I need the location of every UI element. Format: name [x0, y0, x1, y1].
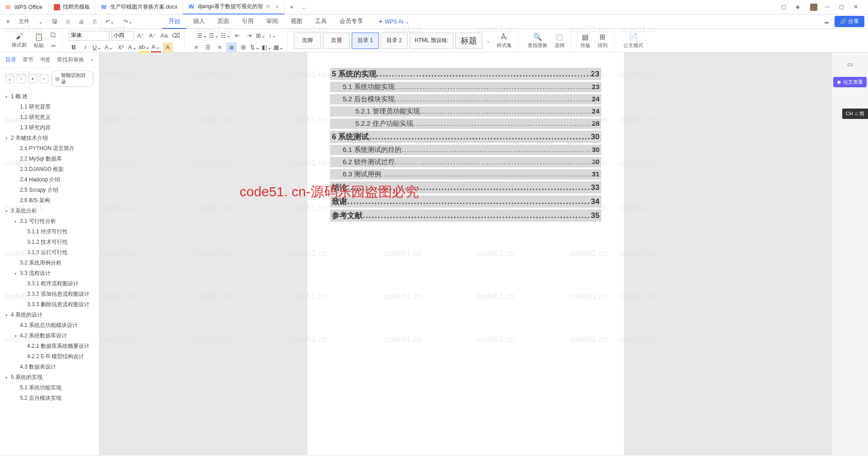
outline-item[interactable]: 2.1 PYTHON 语言简介 [0, 143, 99, 154]
document-area[interactable]: ⠿ 5 系统的实现235.1 系统功能实现235.2 后台模块实现245.2.1… [99, 52, 832, 455]
hamburger-icon[interactable]: ≡ [4, 17, 12, 27]
style-title[interactable]: 标题 [455, 33, 482, 49]
close-icon[interactable]: × [90, 57, 94, 63]
toc-entry[interactable]: 5.1 系统功能实现23 [330, 82, 601, 92]
chevron-down-icon[interactable]: ▾ [14, 271, 20, 276]
outline-item[interactable]: 3.3.2 添加信息流程图设计 [0, 289, 99, 299]
select-button[interactable]: ⬚ 选择 [552, 32, 567, 50]
change-case-icon[interactable]: Aa [159, 31, 169, 41]
chevron-down-icon[interactable]: ▾ [5, 209, 11, 213]
superscript-icon[interactable]: X² [116, 43, 126, 52]
outline-item[interactable]: 3.2 系统用例分析 [0, 258, 99, 268]
chevron-down-icon[interactable]: ▾ [14, 219, 20, 224]
avatar-icon[interactable] [810, 4, 817, 11]
add-icon[interactable]: + [28, 74, 37, 83]
style-footer[interactable]: 页脚 [294, 33, 321, 49]
outline-item[interactable]: 1.3 研究内容 [0, 123, 99, 133]
sidebar-tab-find[interactable]: 查找和替换 [57, 56, 84, 64]
outline-item[interactable]: 2.4 Hadoop 介绍 [0, 175, 99, 185]
sidebar-tab-toc[interactable]: 目录 [5, 56, 16, 64]
format-brush-button[interactable]: 🖌 格式刷 [9, 32, 29, 49]
menu-tab-tools[interactable]: 工具 [309, 14, 333, 29]
style-header[interactable]: 页眉 [323, 33, 350, 49]
copy-icon[interactable]: ⿻ [48, 30, 58, 40]
cut-icon[interactable]: ✂ [48, 41, 58, 51]
outline-item[interactable]: 4.1 系统总功能模块设计 [0, 320, 99, 331]
multilevel-list-icon[interactable]: ☷⌄ [221, 31, 231, 41]
distribute-icon[interactable]: ⊞ [238, 43, 248, 52]
collapse-all-icon[interactable]: ⌄ [5, 74, 14, 83]
chevron-down-icon[interactable]: ▾ [5, 375, 11, 380]
toc-entry[interactable]: 6.3 测试用例31 [330, 169, 601, 180]
toc-entry[interactable]: 5.2.1 管理员功能实现24 [330, 106, 601, 117]
print-icon[interactable]: 🖨 [76, 17, 87, 27]
outline-item[interactable]: 3.1.1 经济可行性 [0, 227, 99, 237]
subscript-icon[interactable]: A⌄ [127, 43, 137, 52]
toc-entry[interactable]: 结论33 [330, 181, 601, 194]
file-menu[interactable]: 文件 [16, 16, 32, 27]
undo-icon[interactable]: ↶⌄ [103, 17, 117, 27]
toc-entry[interactable]: 6.1 系统测试的目的30 [330, 145, 601, 155]
number-list-icon[interactable]: ☲⌄ [209, 31, 219, 41]
print-preview-icon[interactable]: ⎙ [64, 17, 72, 27]
bullet-list-icon[interactable]: ☰⌄ [197, 31, 207, 41]
text-effect-icon[interactable]: A [163, 43, 173, 52]
tab-templates[interactable]: 找稻壳模板 [48, 0, 96, 14]
arrange-button[interactable]: ⊞ 排列 [595, 32, 610, 50]
outline-item[interactable]: ▾3.1 可行性分析 [0, 216, 99, 227]
sidebar-tab-chapter[interactable]: 章节 [23, 56, 33, 64]
menu-tab-reference[interactable]: 引用 [236, 14, 260, 29]
style-toc1[interactable]: 目录 1 [352, 33, 379, 49]
font-color-icon[interactable]: A⌄ [151, 43, 161, 52]
menu-tab-member[interactable]: 会员专享 [333, 14, 369, 29]
close-icon[interactable]: × [276, 4, 279, 10]
outline-item[interactable]: 4.2.1 数据库系统概要设计 [0, 341, 99, 351]
italic-icon[interactable]: I [80, 43, 90, 52]
outline-item[interactable]: 2.3 DJANGO 框架 [0, 164, 99, 175]
style-set-button[interactable]: Āᵢ 样式集 [494, 32, 514, 50]
chevron-down-icon[interactable]: ⌄ [36, 17, 46, 27]
menu-tab-view[interactable]: 视图 [284, 14, 309, 29]
wps-ai-button[interactable]: ✦ WPS AI ⌄ [378, 14, 410, 29]
outline-item[interactable]: 2.2 MySql 数据库 [0, 154, 99, 164]
line-spacing-icon[interactable]: ⇅⌄ [250, 43, 260, 52]
font-increase-icon[interactable]: A⁺ [136, 31, 146, 41]
chevron-down-icon[interactable]: ▾ [5, 313, 11, 317]
tab-doc1[interactable]: W 生产印模图片替换方案.docx [96, 0, 184, 14]
outline-item[interactable]: 5.1 系统功能实现 [0, 383, 99, 393]
cloud-icon[interactable]: ☁ [824, 19, 829, 25]
menu-tab-insert[interactable]: 插入 [187, 14, 211, 29]
outline-item[interactable]: 3.3.3 删除信息流程图设计 [0, 299, 99, 310]
menu-tab-start[interactable]: 开始 [162, 14, 187, 29]
outline-item[interactable]: 5.2 后台模块实现 [0, 393, 99, 403]
underline-icon[interactable]: U⌄ [92, 43, 102, 52]
outline-item[interactable]: ▾3.3 流程设计 [0, 268, 99, 279]
sidebar-tab-bookmark[interactable]: 书签 [40, 56, 51, 64]
outline-item[interactable]: 1.2 研究意义 [0, 112, 99, 123]
ruler-icon[interactable]: ▭ [844, 58, 856, 71]
chevron-down-icon[interactable]: ▾ [5, 95, 11, 99]
align-center-icon[interactable]: ☰ [203, 43, 213, 52]
outline-item[interactable]: 2.6 B/S 架构 [0, 195, 99, 206]
window-maximize-icon[interactable]: ▢ [839, 4, 846, 11]
font-decrease-icon[interactable]: A⁻ [147, 31, 157, 41]
print-quick-icon[interactable]: ⎙ [90, 17, 99, 27]
outline-item[interactable]: ▾5 系统的实现 [0, 372, 99, 383]
outline-item[interactable]: 3.3.1 程序流程图设计 [0, 279, 99, 289]
paste-button[interactable]: 📋 粘贴 [31, 32, 47, 50]
style-html[interactable]: HTML 预设格: [410, 33, 453, 49]
align-justify-icon[interactable]: ≣ [226, 43, 236, 52]
toc-entry[interactable]: 6 系统测试30 [330, 131, 601, 143]
window-close-icon[interactable]: ✕ [854, 4, 861, 11]
official-mode-button[interactable]: 📄 公文模式 [621, 32, 646, 50]
toc-entry[interactable]: 致谢34 [330, 195, 601, 208]
font-size-select[interactable] [111, 31, 134, 41]
align-left-icon[interactable]: ≡ [191, 43, 201, 52]
font-family-select[interactable] [69, 31, 109, 41]
border-icon[interactable]: ▦⌄ [274, 43, 283, 52]
outline-item[interactable]: 4.2.2 E-R 模型结构设计 [0, 351, 99, 362]
toc-entry[interactable]: 5 系统的实现23 [330, 68, 601, 80]
text-direction-icon[interactable]: ⊞⌄ [256, 31, 266, 41]
highlight-icon[interactable]: ab⌄ [139, 43, 149, 52]
outline-item[interactable]: ▾4 系统的设计 [0, 310, 99, 320]
